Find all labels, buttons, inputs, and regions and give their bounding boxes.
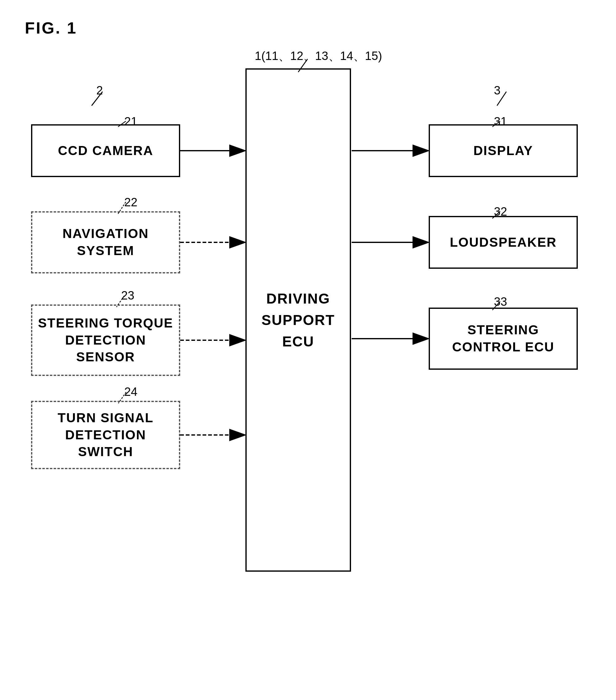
steering-control-box: STEERING CONTROL ECU xyxy=(429,308,578,370)
loudspeaker-box: LOUDSPEAKER xyxy=(429,216,578,269)
ref-main-ecu: 1(11、12、13、14、15) xyxy=(255,48,382,64)
turn-signal-box: TURN SIGNAL DETECTION SWITCH xyxy=(31,401,180,469)
ref-input-group: 2 xyxy=(96,84,103,97)
ref-turn: 24 xyxy=(124,385,137,399)
ref-steering-ctrl: 33 xyxy=(494,295,507,309)
navigation-system-box: NAVIGATION SYSTEM xyxy=(31,211,180,273)
figure-label: FIG. 1 xyxy=(25,18,77,37)
main-ecu-box: DRIVING SUPPORT ECU xyxy=(246,68,351,572)
ref-torque: 23 xyxy=(121,289,134,302)
diagram-container: FIG. 1 1(11、12、13、14、15) 2 3 21 22 23 24… xyxy=(0,0,616,700)
steering-torque-box: STEERING TORQUE DETECTION SENSOR xyxy=(31,304,180,376)
display-box: DISPLAY xyxy=(429,124,578,177)
ref-output-group: 3 xyxy=(494,84,501,97)
ccd-camera-box: CCD CAMERA xyxy=(31,124,180,177)
ref-nav: 22 xyxy=(124,196,137,209)
